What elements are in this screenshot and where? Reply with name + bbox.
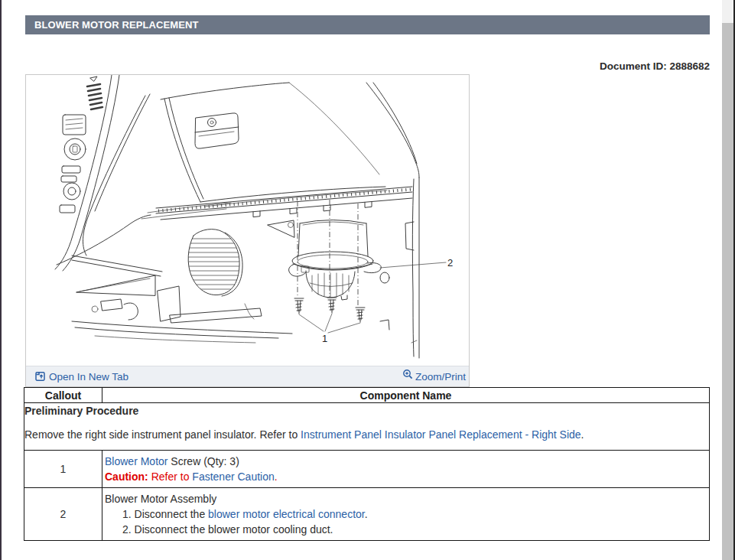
service-info-page: BLOWER MOTOR REPLACEMENT Document ID: 28… (0, 0, 735, 560)
scrollbar-thumb[interactable] (722, 23, 733, 560)
callout-table: Callout Component Name Preliminary Proce… (24, 387, 710, 541)
step-line-1: 1. Disconnect the blower motor electrica… (122, 506, 706, 522)
open-in-new-tab-label: Open In New Tab (49, 371, 128, 383)
figure-callout-1: 1 (322, 333, 327, 344)
step-text: Disconnect the blower motor cooling duct… (132, 523, 333, 536)
blower-motor-link[interactable]: Blower Motor (105, 455, 167, 467)
insulator-replacement-link[interactable]: Instrument Panel Insulator Panel Replace… (301, 428, 581, 441)
blower-motor (289, 200, 382, 306)
callout-column-header: Callout (24, 388, 102, 403)
table-header-row: Callout Component Name (24, 388, 710, 403)
blower-motor-illustration: 1 2 (26, 75, 469, 366)
preliminary-title: Preliminary Procedure (24, 404, 709, 418)
preliminary-row: Preliminary Procedure Remove the right s… (24, 403, 710, 451)
step-number: 1. (122, 508, 132, 520)
figure-toolbar: Open In New Tab Zoom/Print (26, 366, 469, 386)
table-row: 1 Blower Motor Screw (Qty: 3) Caution: R… (24, 451, 710, 488)
component-cell-1: Blower Motor Screw (Qty: 3) Caution: Ref… (102, 451, 710, 488)
preliminary-text: Remove the right side instrument panel i… (24, 428, 709, 441)
caution-text: Refer to (148, 470, 193, 483)
electrical-connector-link[interactable]: blower motor electrical connector (208, 508, 365, 520)
blower-bracket (268, 220, 294, 237)
page-title: BLOWER MOTOR REPLACEMENT (25, 15, 710, 34)
callout-cell-1: 1 (24, 451, 102, 488)
component-name-line: Blower Motor Assembly (105, 491, 706, 506)
component-column-header: Component Name (102, 388, 710, 403)
preliminary-text-before: Remove the right side instrument panel i… (24, 428, 301, 441)
glove-box (161, 83, 387, 207)
callout-cell-2: 2 (24, 488, 102, 541)
zoom-print-icon (402, 369, 413, 379)
preliminary-text-after: . (581, 428, 584, 441)
caution-line: Caution: Refer to Fastener Caution. (105, 469, 706, 484)
caution-label: Caution: (105, 470, 148, 483)
fastener-caution-link[interactable]: Fastener Caution (192, 470, 274, 483)
cowl-side-panel (366, 83, 419, 358)
center-stack (55, 75, 119, 271)
document-id: Document ID: 2888682 (25, 60, 710, 72)
open-in-new-tab-link[interactable]: Open In New Tab (35, 371, 128, 383)
step-text: Disconnect the (132, 508, 208, 520)
step-period: . (365, 508, 368, 520)
step-number: 2. (122, 523, 132, 536)
window-left-edge (0, 0, 2, 560)
floor-structures (57, 215, 292, 343)
zoom-print-label: Zoom/Print (415, 371, 466, 383)
step-line-2: 2. Disconnect the blower motor cooling d… (122, 522, 706, 537)
zoom-print-link[interactable]: Zoom/Print (402, 371, 466, 383)
vent-grille (182, 230, 249, 296)
figure-callout-2: 2 (447, 257, 453, 269)
component-name-rest: Screw (Qty: 3) (167, 455, 239, 467)
open-in-new-tab-icon (35, 371, 45, 381)
table-row: 2 Blower Motor Assembly 1. Disconnect th… (24, 488, 710, 541)
figure-box: 1 2 (25, 74, 470, 387)
component-name-line: Blower Motor Screw (Qty: 3) (105, 454, 706, 469)
caution-period: . (275, 470, 278, 483)
component-cell-2: Blower Motor Assembly 1. Disconnect the … (102, 488, 710, 541)
kick-panel-curve (83, 94, 150, 256)
